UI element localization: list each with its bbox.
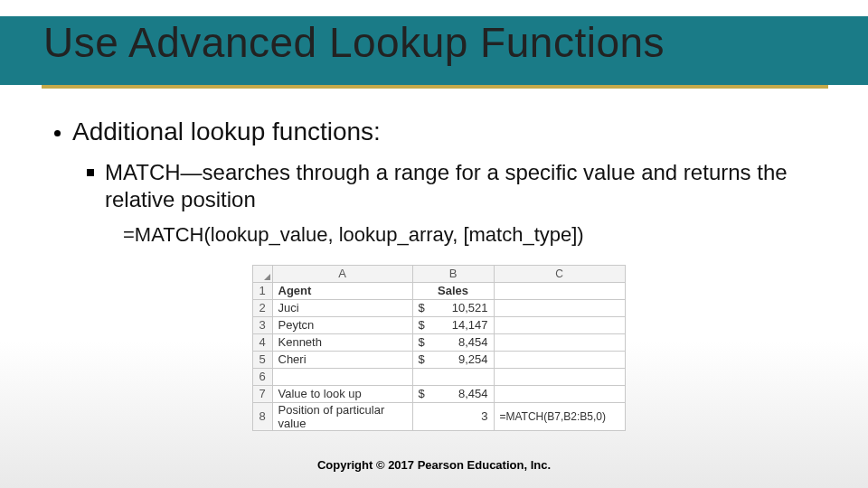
value: 8,454 xyxy=(458,387,488,400)
cell xyxy=(494,333,625,351)
currency: $ xyxy=(419,352,425,366)
cell xyxy=(494,385,625,402)
select-all-corner xyxy=(252,265,272,282)
bullet-level-2: MATCH—searches through a range for a spe… xyxy=(87,159,823,213)
cell: Sales xyxy=(412,282,494,299)
cell xyxy=(494,351,625,368)
spreadsheet: A B C 1 Agent Sales 2 Juci $10,521 xyxy=(252,265,626,431)
bullet-level-1: Additional lookup functions: xyxy=(54,117,823,146)
copyright-footer: Copyright © 2017 Pearson Education, Inc. xyxy=(0,458,868,472)
currency: $ xyxy=(419,387,425,400)
cell xyxy=(494,368,625,385)
table-row: 2 Juci $10,521 xyxy=(252,299,625,316)
row-num: 3 xyxy=(252,316,272,333)
col-header-c: C xyxy=(494,265,625,282)
bullet-square-icon xyxy=(87,169,94,176)
slide: Use Advanced Lookup Functions Additional… xyxy=(0,0,868,488)
table-row: 1 Agent Sales xyxy=(252,282,625,299)
cell: $8,454 xyxy=(412,385,494,402)
table-row: 8 Position of particular value 3 =MATCH(… xyxy=(252,402,625,430)
cell xyxy=(494,282,625,299)
cell: Agent xyxy=(272,282,412,299)
cell xyxy=(272,368,412,385)
row-num: 8 xyxy=(252,402,272,430)
slide-title: Use Advanced Lookup Functions xyxy=(43,18,665,67)
cell xyxy=(494,299,625,316)
bullet-dot-icon xyxy=(54,130,61,136)
cell: Peytcn xyxy=(272,316,412,333)
row-num: 2 xyxy=(252,299,272,316)
table-row: 6 xyxy=(252,368,625,385)
currency: $ xyxy=(419,318,425,332)
bullet-level-1-text: Additional lookup functions: xyxy=(72,117,381,145)
bullet-level-3: =MATCH(lookup_value, lookup_array, [matc… xyxy=(123,222,823,249)
cell: $10,521 xyxy=(412,299,494,316)
spreadsheet-wrap: A B C 1 Agent Sales 2 Juci $10,521 xyxy=(54,265,823,431)
value: 14,147 xyxy=(452,318,488,332)
value: 8,454 xyxy=(458,335,488,349)
row-num: 4 xyxy=(252,333,272,351)
cell: Kenneth xyxy=(272,333,412,351)
formula-syntax: =MATCH(lookup_value, lookup_array, [matc… xyxy=(123,223,584,246)
table-row: 3 Peytcn $14,147 xyxy=(252,316,625,333)
cell: $8,454 xyxy=(412,333,494,351)
row-num: 6 xyxy=(252,368,272,385)
cell: $14,147 xyxy=(412,316,494,333)
value: 9,254 xyxy=(458,352,488,366)
currency: $ xyxy=(419,335,425,349)
bullet-level-2-text: MATCH—searches through a range for a spe… xyxy=(105,160,788,211)
col-header-a: A xyxy=(272,265,412,282)
cell: Position of particular value xyxy=(272,402,412,430)
cell: Cheri xyxy=(272,351,412,368)
currency: $ xyxy=(419,301,425,314)
value: 10,521 xyxy=(452,301,488,314)
cell: Value to look up xyxy=(272,385,412,402)
table-row: 7 Value to look up $8,454 xyxy=(252,385,625,402)
row-num: 1 xyxy=(252,282,272,299)
row-num: 7 xyxy=(252,385,272,402)
table-row: 5 Cheri $9,254 xyxy=(252,351,625,368)
cell xyxy=(494,316,625,333)
cell: 3 xyxy=(412,402,494,430)
col-header-b: B xyxy=(412,265,494,282)
cell: $9,254 xyxy=(412,351,494,368)
value: 3 xyxy=(481,409,487,423)
cell: Juci xyxy=(272,299,412,316)
table-row: 4 Kenneth $8,454 xyxy=(252,333,625,351)
content-area: Additional lookup functions: MATCH—searc… xyxy=(54,117,823,431)
row-num: 5 xyxy=(252,351,272,368)
title-underline xyxy=(42,85,828,89)
cell-formula: =MATCH(B7,B2:B5,0) xyxy=(494,402,625,430)
cell xyxy=(412,368,494,385)
